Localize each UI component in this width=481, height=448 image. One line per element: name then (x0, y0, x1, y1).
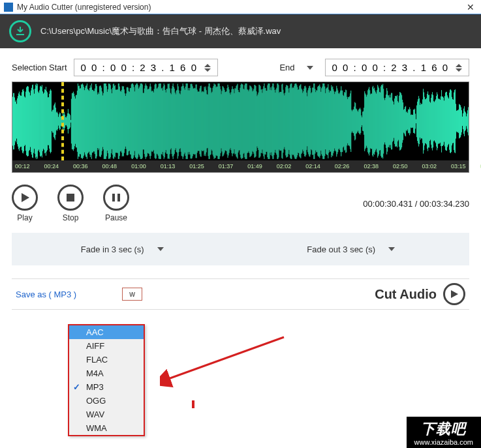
svg-rect-687 (459, 104, 460, 138)
svg-rect-582 (391, 93, 392, 149)
preview-button[interactable]: w (122, 288, 142, 301)
svg-rect-68 (56, 113, 57, 130)
end-mode-dropdown[interactable] (307, 66, 313, 70)
svg-rect-409 (278, 85, 279, 157)
format-option-flac[interactable]: FLAC (69, 353, 144, 366)
svg-rect-356 (243, 89, 244, 153)
svg-rect-605 (406, 112, 407, 130)
open-file-button[interactable] (9, 20, 31, 42)
svg-rect-121 (91, 87, 91, 155)
svg-rect-570 (383, 89, 384, 153)
fade-in-label: Fade in 3 sec (s) (81, 245, 144, 254)
svg-rect-444 (301, 89, 302, 154)
svg-rect-414 (281, 85, 282, 158)
svg-rect-467 (316, 90, 317, 153)
svg-rect-703 (117, 194, 120, 202)
format-option-wav[interactable]: WAV (69, 408, 144, 421)
play-icon (20, 192, 30, 203)
svg-rect-312 (215, 85, 216, 158)
svg-rect-484 (327, 87, 328, 155)
selection-end-input[interactable]: 0 0 : 0 0 : 2 3 . 1 6 0 (325, 59, 469, 76)
svg-rect-97 (75, 98, 76, 144)
svg-rect-55 (48, 97, 48, 145)
end-spinner-up[interactable] (456, 64, 462, 67)
svg-rect-632 (424, 93, 424, 151)
ruler-tick: 02:38 (364, 163, 379, 170)
cut-audio-label: Cut Audio (375, 287, 437, 302)
svg-rect-630 (422, 99, 423, 143)
svg-rect-461 (312, 87, 313, 155)
svg-rect-662 (443, 98, 444, 145)
svg-rect-638 (427, 91, 428, 151)
svg-rect-472 (319, 84, 320, 158)
svg-rect-505 (341, 86, 341, 156)
format-option-aac[interactable]: AAC (69, 325, 144, 339)
svg-rect-210 (149, 89, 149, 154)
svg-rect-197 (140, 83, 141, 159)
format-option-wma[interactable]: WMA (69, 421, 144, 435)
selection-start-input[interactable]: 0 0 : 0 0 : 2 3 . 1 6 0 (74, 59, 218, 76)
svg-rect-23 (27, 87, 27, 157)
svg-rect-376 (256, 96, 257, 146)
svg-rect-39 (37, 84, 38, 159)
play-button[interactable]: Play (12, 185, 38, 222)
svg-rect-666 (446, 92, 446, 151)
svg-rect-418 (284, 95, 285, 147)
svg-rect-458 (310, 88, 311, 155)
svg-rect-383 (261, 89, 262, 153)
svg-rect-336 (231, 92, 232, 150)
end-spinner-down[interactable] (456, 68, 462, 72)
selection-end-marker[interactable] (63, 82, 64, 160)
svg-rect-174 (125, 96, 126, 147)
svg-rect-682 (456, 111, 457, 132)
svg-rect-169 (122, 86, 123, 157)
waveform[interactable] (12, 82, 469, 160)
cut-audio-button[interactable]: Cut Audio (375, 283, 465, 305)
format-option-ogg[interactable]: OGG (69, 394, 144, 408)
format-option-m4a[interactable]: M4A (69, 366, 144, 380)
svg-rect-640 (429, 95, 429, 147)
svg-rect-581 (390, 98, 391, 145)
svg-rect-445 (302, 89, 302, 153)
stop-button[interactable]: Stop (57, 185, 84, 222)
svg-rect-635 (426, 99, 426, 143)
svg-rect-50 (44, 89, 45, 154)
svg-rect-54 (47, 93, 48, 151)
start-spinner-up[interactable] (204, 64, 211, 67)
svg-rect-693 (463, 108, 464, 134)
svg-rect-252 (176, 91, 177, 152)
svg-rect-441 (299, 86, 300, 157)
svg-rect-599 (402, 100, 403, 143)
format-option-aiff[interactable]: AIFF (69, 339, 144, 353)
close-icon[interactable]: ✕ (464, 2, 477, 12)
svg-rect-571 (384, 98, 384, 144)
save-as-format-button[interactable]: Save as ( MP3 ) (16, 290, 76, 299)
svg-rect-26 (29, 91, 29, 151)
svg-rect-548 (369, 87, 369, 155)
svg-rect-319 (220, 86, 221, 156)
svg-rect-91 (71, 99, 72, 144)
format-option-mp3[interactable]: MP3 (69, 380, 144, 394)
svg-rect-419 (285, 93, 285, 150)
stop-icon (66, 193, 75, 202)
svg-rect-530 (357, 111, 358, 132)
svg-rect-71 (58, 117, 59, 125)
svg-rect-363 (248, 91, 249, 151)
svg-rect-497 (335, 91, 336, 151)
fade-out-dropdown[interactable]: Fade out 3 sec (s) (307, 245, 400, 254)
pause-button[interactable]: Pause (103, 185, 129, 222)
svg-rect-453 (307, 97, 307, 147)
svg-rect-578 (388, 95, 389, 147)
start-spinner-down[interactable] (204, 68, 211, 72)
chevron-down-icon (388, 247, 395, 251)
svg-rect-459 (311, 93, 311, 149)
svg-rect-451 (305, 87, 306, 155)
fade-in-dropdown[interactable]: Fade in 3 sec (s) (81, 245, 169, 254)
svg-rect-217 (153, 93, 154, 150)
svg-rect-511 (345, 93, 345, 149)
svg-rect-52 (46, 87, 46, 156)
svg-rect-592 (397, 101, 398, 142)
svg-rect-526 (354, 102, 355, 141)
svg-rect-439 (298, 90, 298, 153)
svg-rect-141 (104, 83, 104, 159)
